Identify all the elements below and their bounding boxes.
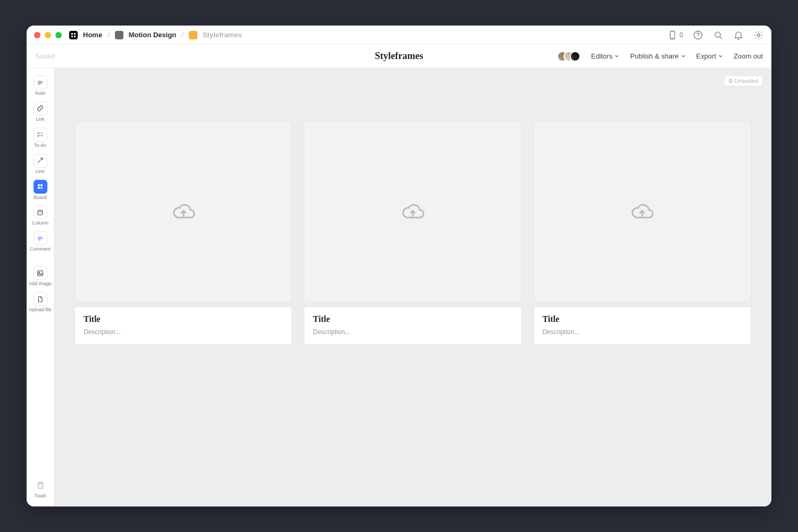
svg-point-8 <box>715 32 720 37</box>
cloud-upload-icon <box>172 200 195 223</box>
tool-label: Column <box>32 221 48 226</box>
tool-sidebar: Note Link To-do Line Board Column <box>27 68 54 506</box>
tool-label: Line <box>36 169 45 174</box>
checklist-icon <box>34 128 47 142</box>
board-chip-icon <box>189 31 197 39</box>
tool-comment[interactable]: Comment <box>29 229 52 254</box>
phone-icon <box>667 30 678 40</box>
styleframe-card: Title Description... <box>534 121 751 345</box>
tool-note[interactable]: Note <box>29 73 52 98</box>
mobile-count: 0 <box>679 31 683 39</box>
card-meta[interactable]: Title Description... <box>534 306 751 345</box>
svg-point-10 <box>758 34 760 36</box>
link-icon <box>34 102 47 115</box>
zoom-label: Zoom out <box>734 52 763 60</box>
file-icon <box>34 292 47 306</box>
svg-point-20 <box>40 187 42 189</box>
export-dropdown[interactable]: Export <box>696 52 724 60</box>
arrow-icon <box>34 154 47 168</box>
column-icon <box>34 205 47 219</box>
svg-point-18 <box>40 185 42 186</box>
tool-label: Board <box>34 195 46 201</box>
settings-button[interactable] <box>753 30 764 40</box>
svg-rect-26 <box>38 271 43 276</box>
svg-line-16 <box>38 158 43 163</box>
notifications-button[interactable] <box>733 30 744 40</box>
bell-icon <box>733 30 744 40</box>
zoom-out-button[interactable]: Zoom out <box>734 52 763 60</box>
maximize-window[interactable] <box>55 32 62 38</box>
tool-label: Add image <box>29 281 52 287</box>
save-status: Saved <box>35 52 55 60</box>
window-controls <box>34 32 62 38</box>
svg-rect-0 <box>71 33 73 35</box>
board-title[interactable]: Styleframes <box>375 51 423 62</box>
gear-icon <box>753 30 764 40</box>
tool-link[interactable]: Link <box>29 99 52 124</box>
svg-rect-1 <box>74 33 76 35</box>
upload-dropzone[interactable] <box>534 121 751 302</box>
close-window[interactable] <box>34 32 40 38</box>
breadcrumb-current: Styleframes <box>203 31 242 39</box>
chevron-down-icon <box>614 54 619 59</box>
note-icon <box>34 76 47 89</box>
tool-column[interactable]: Column <box>29 203 52 228</box>
tool-line[interactable]: Line <box>29 152 52 177</box>
tool-label: Note <box>35 91 45 96</box>
tool-board[interactable]: Board <box>29 178 52 203</box>
styleframe-card: Title Description... <box>74 121 292 345</box>
help-button[interactable] <box>693 30 703 40</box>
card-meta[interactable]: Title Description... <box>74 306 292 345</box>
breadcrumb-home[interactable]: Home <box>83 31 102 39</box>
card-description[interactable]: Description... <box>84 328 283 336</box>
tool-label: Upload file <box>29 307 52 313</box>
collaborator-avatars[interactable] <box>557 51 580 62</box>
tool-trash[interactable]: Trash <box>29 476 52 501</box>
tool-label: Link <box>36 117 45 122</box>
workspace: Note Link To-do Line Board Column <box>27 68 771 506</box>
export-label: Export <box>696 52 717 60</box>
cloud-upload-icon <box>401 200 425 223</box>
card-title[interactable]: Title <box>313 314 512 324</box>
unsorted-count: 0 <box>729 78 732 84</box>
editors-dropdown[interactable]: Editors <box>591 52 619 60</box>
cloud-upload-icon <box>630 200 654 223</box>
minimize-window[interactable] <box>45 32 51 38</box>
svg-point-19 <box>38 187 39 189</box>
card-title[interactable]: Title <box>543 314 742 324</box>
svg-rect-3 <box>74 36 76 37</box>
unsorted-badge[interactable]: 0 Unsorted <box>724 76 763 86</box>
card-description[interactable]: Description... <box>313 328 512 336</box>
titlebar-actions: 0 <box>667 30 764 40</box>
folder-icon[interactable] <box>115 31 123 39</box>
titlebar: Home / Motion Design / Styleframes 0 <box>27 26 771 45</box>
svg-rect-2 <box>71 36 73 37</box>
upload-dropzone[interactable] <box>74 121 292 302</box>
upload-dropzone[interactable] <box>304 121 521 302</box>
svg-point-17 <box>38 185 39 186</box>
svg-line-9 <box>720 36 722 38</box>
svg-rect-21 <box>38 210 43 215</box>
board-header: Saved Styleframes Editors Publish & shar… <box>27 45 771 68</box>
card-title[interactable]: Title <box>84 314 283 324</box>
publish-dropdown[interactable]: Publish & share <box>630 52 685 60</box>
board-canvas[interactable]: 0 Unsorted Title Description... <box>54 68 771 506</box>
mobile-preview-button[interactable]: 0 <box>667 30 683 40</box>
card-description[interactable]: Description... <box>543 328 742 336</box>
tool-add-image[interactable]: Add image <box>29 264 52 289</box>
image-icon <box>34 266 47 280</box>
search-button[interactable] <box>713 30 724 40</box>
chevron-down-icon <box>681 54 686 59</box>
home-icon[interactable] <box>69 31 78 39</box>
breadcrumb: Home / Motion Design / Styleframes <box>69 31 242 39</box>
breadcrumb-sep: / <box>107 31 110 39</box>
publish-label: Publish & share <box>630 52 678 60</box>
chevron-down-icon <box>718 54 723 59</box>
styleframe-card: Title Description... <box>304 121 521 345</box>
trash-icon <box>34 478 47 492</box>
tool-todo[interactable]: To-do <box>29 126 52 151</box>
help-icon <box>693 30 703 40</box>
tool-upload-file[interactable]: Upload file <box>29 290 52 315</box>
breadcrumb-folder[interactable]: Motion Design <box>129 31 177 39</box>
card-meta[interactable]: Title Description... <box>304 306 521 345</box>
